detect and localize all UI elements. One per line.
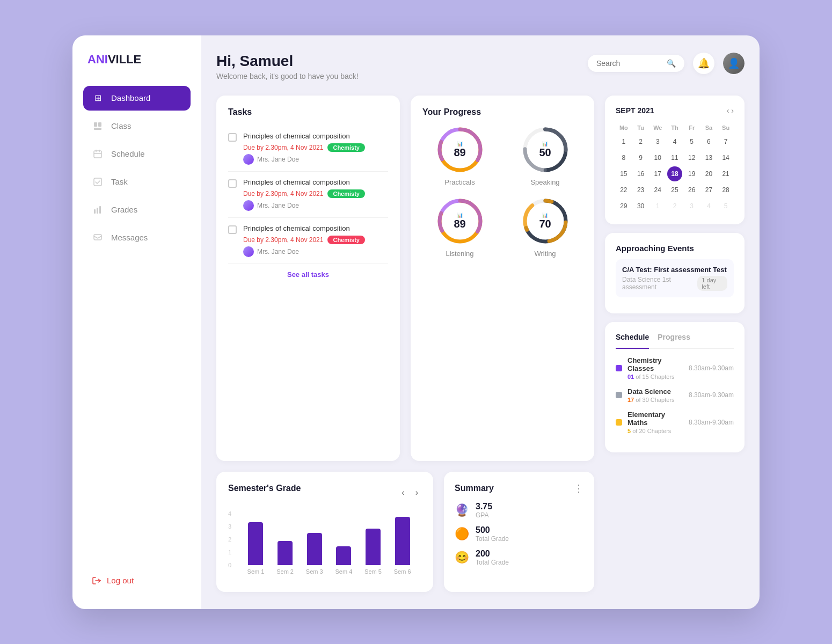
y-label-0: 0 [228,562,231,568]
sidebar-item-task[interactable]: Task [83,170,191,194]
chemistry-dot [616,365,622,371]
cal-day-27[interactable]: 27 [701,182,716,197]
cal-day-13[interactable]: 13 [701,150,716,165]
listening-circle: 📊 89 [436,197,484,245]
sidebar-item-grades[interactable]: Grades [83,197,191,222]
task-teacher-3: Mrs. Jane Doe [243,246,388,257]
see-all-tasks[interactable]: See all tasks [228,270,388,279]
cal-day-next-5[interactable]: 5 [718,199,733,214]
cal-day-next-1[interactable]: 1 [650,199,665,214]
cal-day-3[interactable]: 3 [650,134,665,149]
sidebar-item-class[interactable]: Class [83,114,191,138]
bar-sem5: Sem 5 [364,529,382,575]
cal-day-26[interactable]: 26 [684,182,699,197]
task-checkbox-2[interactable] [228,179,237,188]
sidebar-item-dashboard[interactable]: ⊞ Dashboard [83,86,191,111]
tasks-title: Tasks [228,107,388,117]
calendar-nav: ‹ › [727,106,734,115]
bar-sem2-fill [278,541,293,565]
svg-rect-0 [94,122,97,127]
datascience-info: Data Science 17 of 30 Chapters [627,387,683,403]
summary-grade1-icon: 🟠 [455,527,469,541]
summary-gpa: 🔮 3.75 GPA [455,502,583,519]
search-box[interactable]: 🔍 [588,55,684,72]
grade-next-button[interactable]: › [412,487,421,499]
sidebar-item-schedule[interactable]: Schedule [83,142,191,166]
cal-header-tu: Tu [633,122,649,133]
header-title: Hi, Samuel Welcome back, it's good to ha… [216,53,359,80]
svg-rect-8 [94,209,96,214]
cal-header-th: Th [667,122,683,133]
bar-sem5-label: Sem 5 [364,568,382,575]
cal-day-25[interactable]: 25 [667,182,682,197]
search-input[interactable] [596,59,662,68]
grade-prev-button[interactable]: ‹ [398,487,407,499]
class-icon [92,120,104,132]
summary-gpa-info: 3.75 GPA [476,502,492,519]
summary-grade1-info: 500 Total Grade [476,525,509,543]
cal-day-next-3[interactable]: 3 [684,199,699,214]
event-item: C/A Test: First assessment Test Data Sci… [616,259,734,297]
summary-menu-button[interactable]: ⋮ [574,482,583,494]
cal-day-15[interactable]: 15 [616,166,631,181]
cal-day-30[interactable]: 30 [633,199,648,214]
schedule-item-chemistry: Chemistry Classes 01 of 15 Chapters 8.30… [616,356,734,380]
sidebar: ANIVILLE ⊞ Dashboard Class Schedule Task [72,35,201,609]
grade-nav: ‹ › [398,487,421,499]
cal-next-button[interactable]: › [731,106,734,115]
cal-day-23[interactable]: 23 [633,182,648,197]
cal-day-29[interactable]: 29 [616,199,631,214]
cal-day-next-4[interactable]: 4 [701,199,716,214]
dashboard-icon: ⊞ [92,92,104,104]
schedule-list: Chemistry Classes 01 of 15 Chapters 8.30… [616,356,734,434]
task-badge-2: Chemisty [327,189,365,198]
cal-day-19[interactable]: 19 [684,166,699,181]
task-item: Principles of chemical composition Due b… [228,126,388,172]
tab-schedule[interactable]: Schedule [616,333,649,349]
tab-progress[interactable]: Progress [658,333,690,343]
cal-day-4[interactable]: 4 [667,134,682,149]
task-checkbox-3[interactable] [228,225,237,234]
maths-chapters: 5 of 20 Chapters [627,428,683,434]
cal-day-14[interactable]: 14 [718,150,733,165]
cal-day-8[interactable]: 8 [616,150,631,165]
approaching-events-title: Approaching Events [616,244,734,253]
cal-day-21[interactable]: 21 [718,166,733,181]
cal-day-next-2[interactable]: 2 [667,199,682,214]
event-title: C/A Test: First assessment Test [622,266,727,274]
event-time-badge: 1 day left [697,276,727,291]
logout-button[interactable]: Log out [83,569,191,592]
writing-circle: 📊 70 [521,197,570,245]
summary-grade1-value: 500 [476,525,509,535]
chemistry-time: 8.30am-9.30am [689,364,734,372]
search-icon: 🔍 [667,59,676,68]
practicals-value: 📊 89 [454,141,465,158]
cal-day-12[interactable]: 12 [684,150,699,165]
cal-day-7[interactable]: 7 [718,134,733,149]
cal-day-6[interactable]: 6 [701,134,716,149]
cal-day-16[interactable]: 16 [633,166,648,181]
cal-day-17[interactable]: 17 [650,166,665,181]
cal-day-1[interactable]: 1 [616,134,631,149]
cal-day-28[interactable]: 28 [718,182,733,197]
sidebar-item-messages[interactable]: Messages [83,225,191,250]
cal-day-20[interactable]: 20 [701,166,716,181]
cal-day-11[interactable]: 11 [667,150,682,165]
cal-day-18[interactable]: 18 [667,166,682,181]
task-checkbox-1[interactable] [228,133,237,142]
bar-sem4-fill [336,546,351,565]
summary-grade1: 🟠 500 Total Grade [455,525,583,543]
cal-day-2[interactable]: 2 [633,134,648,149]
cal-day-24[interactable]: 24 [650,182,665,197]
bar-sem3-fill [307,533,322,565]
cal-day-22[interactable]: 22 [616,182,631,197]
cal-prev-button[interactable]: ‹ [727,106,729,115]
notification-button[interactable]: 🔔 [693,53,714,74]
cal-day-10[interactable]: 10 [650,150,665,165]
speaking-value: 📊 50 [539,141,551,158]
y-axis: 4 3 2 1 0 [228,510,235,580]
cal-day-5[interactable]: 5 [684,134,699,149]
maths-dot [616,419,622,426]
chart-container: 4 3 2 1 0 Sem 1 [228,510,421,580]
cal-day-9[interactable]: 9 [633,150,648,165]
